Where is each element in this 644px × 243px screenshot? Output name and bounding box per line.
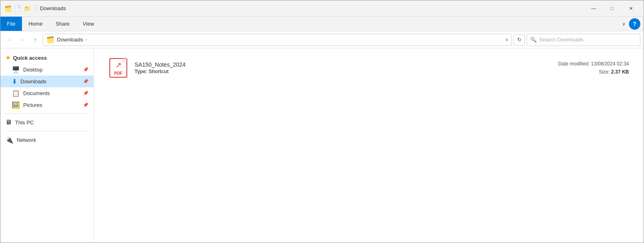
- document-icon: 📄: [13, 4, 22, 13]
- sidebar-item-documents[interactable]: 📋 Documents 📌: [0, 87, 94, 99]
- search-icon: 🔍: [530, 37, 537, 43]
- pictures-icon: 🖼️: [12, 101, 20, 109]
- close-button[interactable]: ✕: [622, 2, 640, 15]
- file-icon-wrapper: ↗ PDF: [109, 58, 128, 78]
- title-bar-icons: 🗂️ 📄 📁 Downloads: [4, 4, 66, 13]
- refresh-button[interactable]: ↻: [513, 34, 525, 46]
- content-area: ↗ PDF SA150_Notes_2024 Type: Shortcut Da…: [94, 48, 644, 243]
- sidebar-item-network[interactable]: 🔌 Network: [0, 134, 94, 146]
- date-modified-label: Date modified:: [558, 61, 590, 67]
- title-divider: [35, 5, 36, 12]
- star-icon: ★: [5, 54, 11, 61]
- address-bar-row: ← → ↑ 🗂️ Downloads › ∨ ↻ 🔍 Search Downlo…: [0, 31, 644, 48]
- desktop-icon: 🖥️: [12, 66, 20, 74]
- ribbon-chevron-icon[interactable]: ∨: [620, 20, 627, 28]
- sidebar-item-downloads[interactable]: ⬇ Downloads 📌: [0, 76, 94, 87]
- downloads-label: Downloads: [20, 78, 81, 85]
- sidebar: ★ Quick access 🖥️ Desktop 📌 ⬇ Downloads …: [0, 48, 94, 243]
- tab-share[interactable]: Share: [49, 17, 76, 31]
- network-label: Network: [17, 137, 36, 143]
- title-bar: 🗂️ 📄 📁 Downloads — □ ✕: [0, 0, 644, 17]
- pdf-arrow-icon: ↗: [115, 61, 122, 69]
- window-title: Downloads: [40, 5, 66, 11]
- documents-pin-icon: 📌: [83, 91, 89, 96]
- sidebar-item-pictures[interactable]: 🖼️ Pictures 📌: [0, 99, 94, 111]
- sidebar-item-thispc[interactable]: 🖥 This PC: [0, 116, 94, 128]
- quick-access-label: Quick access: [13, 55, 47, 61]
- address-chevron-icon: ›: [85, 37, 87, 42]
- size-value: 2.37 KB: [611, 69, 629, 75]
- documents-icon: 📋: [12, 89, 20, 97]
- pdf-label: PDF: [114, 71, 122, 76]
- address-path: Downloads: [57, 37, 83, 43]
- address-folder-icon: 🗂️: [46, 36, 54, 43]
- main-area: ★ Quick access 🖥️ Desktop 📌 ⬇ Downloads …: [0, 48, 644, 243]
- sidebar-item-desktop[interactable]: 🖥️ Desktop 📌: [0, 64, 94, 76]
- size-label: Size:: [599, 69, 610, 75]
- quick-access-header[interactable]: ★ Quick access: [0, 52, 94, 64]
- pdf-icon: ↗ PDF: [109, 58, 127, 78]
- address-bar[interactable]: 🗂️ Downloads › ∨: [43, 34, 512, 46]
- documents-label: Documents: [23, 90, 81, 96]
- thispc-label: This PC: [15, 119, 34, 126]
- back-button[interactable]: ←: [4, 34, 15, 46]
- date-modified-row: Date modified: 13/08/2024 02:34: [558, 60, 629, 68]
- desktop-label: Desktop: [23, 67, 81, 73]
- type-label: Type:: [135, 69, 147, 74]
- thispc-icon: 🖥: [5, 119, 12, 126]
- file-name: SA150_Notes_2024: [135, 61, 552, 68]
- file-info: SA150_Notes_2024 Type: Shortcut: [135, 61, 552, 74]
- downloads-icon: ⬇: [12, 78, 17, 85]
- pictures-label: Pictures: [23, 102, 81, 108]
- pictures-pin-icon: 📌: [83, 102, 89, 108]
- search-placeholder: Search Downloads: [539, 37, 583, 43]
- tab-view[interactable]: View: [76, 17, 100, 31]
- pdf-corner: [123, 59, 127, 63]
- address-dropdown-icon[interactable]: ∨: [505, 37, 508, 42]
- tab-file[interactable]: File: [0, 17, 22, 31]
- downloads-pin-icon: 📌: [83, 79, 89, 84]
- sidebar-separator-2: [5, 131, 89, 131]
- forward-button[interactable]: →: [17, 34, 28, 46]
- tab-home[interactable]: Home: [22, 17, 49, 31]
- file-item[interactable]: ↗ PDF SA150_Notes_2024 Type: Shortcut Da…: [104, 55, 634, 81]
- ribbon-right: ∨ ?: [620, 17, 644, 31]
- quick-access-icon: 🗂️: [4, 4, 12, 13]
- maximize-button[interactable]: □: [603, 2, 622, 15]
- folder-icon: 📁: [23, 4, 31, 13]
- network-icon: 🔌: [5, 136, 13, 144]
- sidebar-separator-1: [5, 113, 89, 114]
- ribbon: File Home Share View ∨ ?: [0, 17, 644, 31]
- minimize-button[interactable]: —: [584, 2, 603, 15]
- file-meta: Date modified: 13/08/2024 02:34 Size: 2.…: [558, 60, 629, 76]
- window-controls: — □ ✕: [584, 2, 640, 15]
- type-value: Shortcut: [148, 69, 168, 74]
- size-row: Size: 2.37 KB: [558, 68, 629, 76]
- up-button[interactable]: ↑: [30, 34, 41, 46]
- desktop-pin-icon: 📌: [83, 67, 89, 72]
- search-box[interactable]: 🔍 Search Downloads: [527, 34, 640, 46]
- file-type: Type: Shortcut: [135, 69, 552, 74]
- date-modified-value: 13/08/2024 02:34: [591, 61, 629, 67]
- help-button[interactable]: ?: [629, 18, 640, 30]
